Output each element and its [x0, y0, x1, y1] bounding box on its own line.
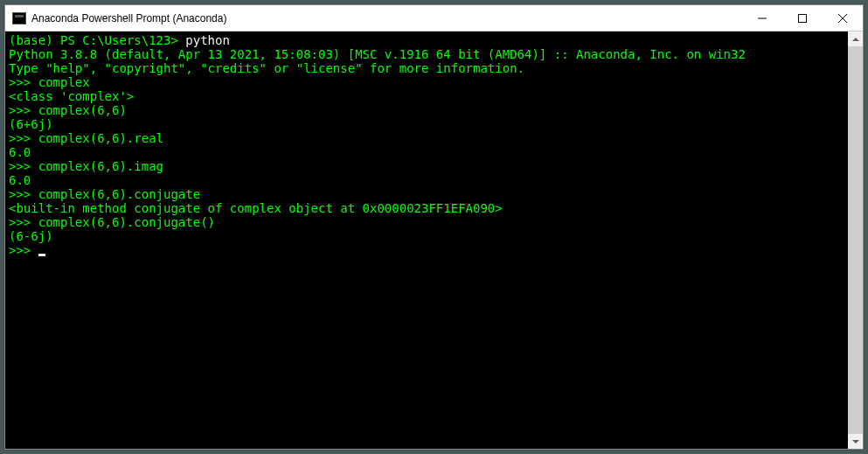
window-controls [742, 5, 863, 31]
repl-output: (6+6j) [9, 117, 53, 131]
repl-output: <class 'complex'> [9, 89, 134, 103]
repl-output: 6.0 [9, 173, 31, 187]
terminal-window: Anaconda Powershell Prompt (Anaconda) (b… [4, 4, 864, 450]
svg-rect-1 [799, 14, 807, 22]
titlebar[interactable]: Anaconda Powershell Prompt (Anaconda) [5, 5, 863, 31]
ps-prompt: (base) PS C:\Users\123> [9, 33, 185, 47]
repl-prompt: >>> [9, 187, 38, 201]
repl-prompt: >>> [9, 215, 38, 229]
minimize-button[interactable] [742, 5, 782, 31]
ps-command: python [185, 33, 230, 47]
repl-output: (6-6j) [9, 229, 53, 243]
scroll-track[interactable] [848, 46, 863, 434]
close-icon [838, 14, 847, 23]
repl-prompt: >>> [9, 103, 38, 117]
scroll-down-button[interactable] [848, 434, 863, 449]
app-icon [12, 12, 26, 24]
repl-output: <built-in method conjugate of complex ob… [9, 201, 503, 215]
repl-input: complex(6,6).imag [38, 159, 163, 173]
repl-prompt: >>> [9, 75, 38, 89]
repl-prompt: >>> [9, 159, 38, 173]
terminal-area: (base) PS C:\Users\123> python Python 3.… [5, 31, 863, 449]
svg-marker-4 [852, 38, 859, 41]
terminal-content[interactable]: (base) PS C:\Users\123> python Python 3.… [5, 31, 848, 449]
repl-input: complex(6,6).conjugate() [38, 215, 215, 229]
python-help: Type "help", "copyright", "credits" or "… [9, 61, 524, 75]
scrollbar[interactable] [848, 31, 863, 449]
scroll-thumb[interactable] [848, 46, 863, 434]
chevron-down-icon [852, 440, 859, 444]
maximize-button[interactable] [782, 5, 823, 31]
window-title: Anaconda Powershell Prompt (Anaconda) [31, 12, 742, 24]
repl-prompt: >>> [9, 131, 38, 145]
repl-input: complex(6,6).real [38, 131, 163, 145]
python-version: Python 3.8.8 (default, Apr 13 2021, 15:0… [9, 47, 746, 61]
svg-marker-5 [852, 440, 859, 444]
cursor [38, 254, 45, 256]
repl-input: complex(6,6) [38, 103, 127, 117]
minimize-icon [758, 14, 767, 23]
repl-output: 6.0 [9, 145, 31, 159]
chevron-up-icon [852, 38, 859, 41]
repl-input: complex(6,6).conjugate [38, 187, 200, 201]
repl-prompt: >>> [9, 243, 38, 257]
close-button[interactable] [823, 5, 863, 31]
repl-input: complex [38, 75, 90, 89]
scroll-up-button[interactable] [848, 31, 863, 46]
maximize-icon [798, 14, 807, 23]
